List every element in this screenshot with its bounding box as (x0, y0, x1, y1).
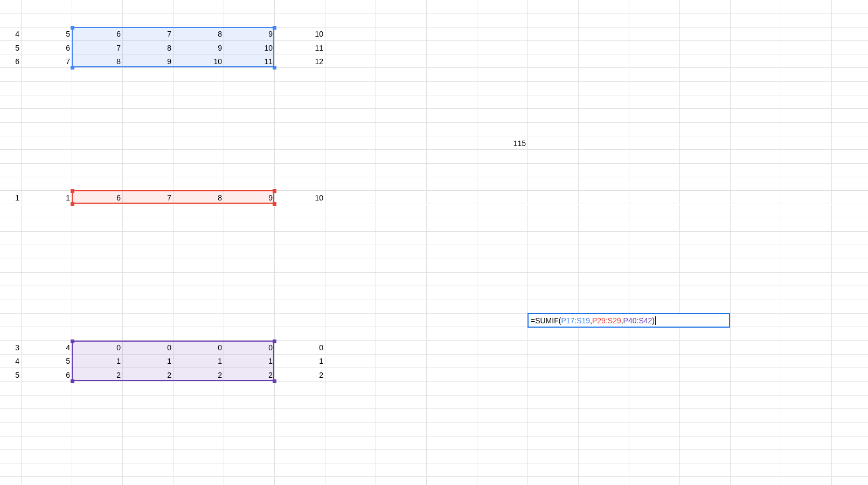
cell[interactable] (832, 300, 868, 314)
cell[interactable] (579, 95, 629, 109)
cell[interactable] (629, 450, 680, 463)
cell[interactable] (123, 0, 173, 13)
cell[interactable] (376, 232, 427, 245)
cell[interactable] (376, 300, 427, 314)
cell-value[interactable]: 2 (224, 368, 275, 382)
cell[interactable] (731, 136, 781, 150)
cell[interactable] (427, 259, 477, 273)
cell[interactable] (0, 273, 22, 286)
cell[interactable] (376, 409, 427, 422)
cell-value[interactable]: 2 (275, 368, 325, 382)
cell[interactable] (528, 477, 579, 486)
cell[interactable] (72, 164, 123, 177)
cell[interactable] (72, 205, 123, 218)
cell[interactable] (376, 450, 427, 463)
cell[interactable] (0, 382, 22, 395)
cell[interactable] (224, 205, 275, 218)
cell[interactable] (832, 95, 868, 109)
cell[interactable] (22, 245, 72, 259)
cell[interactable] (579, 68, 629, 82)
cell[interactable] (72, 82, 123, 95)
cell[interactable] (579, 136, 629, 150)
cell-value[interactable]: 8 (72, 54, 123, 68)
cell[interactable] (0, 218, 22, 232)
cell-value[interactable]: 2 (173, 368, 224, 382)
cell[interactable] (781, 450, 832, 463)
cell[interactable] (0, 150, 22, 163)
cell[interactable] (427, 422, 477, 436)
cell[interactable] (731, 177, 781, 191)
cell[interactable] (376, 355, 427, 368)
cell[interactable] (22, 205, 72, 218)
cell[interactable] (528, 0, 579, 13)
cell[interactable] (832, 477, 868, 486)
cell[interactable] (427, 463, 477, 477)
cell[interactable] (224, 409, 275, 422)
cell[interactable] (325, 95, 376, 109)
cell[interactable] (629, 95, 680, 109)
cell[interactable] (528, 422, 579, 436)
cell[interactable] (579, 300, 629, 314)
cell[interactable] (325, 273, 376, 286)
cell[interactable] (579, 232, 629, 245)
cell[interactable] (173, 286, 224, 300)
cell[interactable] (731, 422, 781, 436)
cell[interactable] (731, 355, 781, 368)
cell[interactable] (275, 245, 325, 259)
cell[interactable] (224, 450, 275, 463)
cell[interactable] (123, 422, 173, 436)
cell[interactable] (376, 382, 427, 395)
cell-value[interactable]: 2 (123, 368, 173, 382)
cell[interactable] (781, 314, 832, 327)
cell[interactable] (781, 355, 832, 368)
cell[interactable] (832, 205, 868, 218)
cell[interactable] (528, 41, 579, 54)
cell-value[interactable]: 9 (173, 41, 224, 54)
cell[interactable] (477, 245, 528, 259)
cell[interactable] (680, 27, 731, 41)
cell-value[interactable]: 0 (72, 341, 123, 355)
cell[interactable] (629, 13, 680, 27)
cell[interactable] (224, 68, 275, 82)
cell[interactable] (832, 191, 868, 204)
cell[interactable] (275, 273, 325, 286)
cell[interactable] (781, 164, 832, 177)
cell[interactable] (123, 68, 173, 82)
cell-value[interactable]: 6 (72, 27, 123, 41)
cell[interactable] (72, 450, 123, 463)
cell-value[interactable]: 6 (22, 41, 72, 54)
cell[interactable] (325, 68, 376, 82)
cell[interactable] (731, 396, 781, 409)
cell[interactable] (72, 136, 123, 150)
cell[interactable] (680, 463, 731, 477)
cell[interactable] (173, 13, 224, 27)
cell[interactable] (528, 300, 579, 314)
cell[interactable] (325, 409, 376, 422)
cell[interactable] (72, 259, 123, 273)
cell[interactable] (731, 327, 781, 341)
cell[interactable] (22, 314, 72, 327)
cell[interactable] (579, 13, 629, 27)
cell[interactable] (579, 463, 629, 477)
cell[interactable] (376, 273, 427, 286)
cell[interactable] (275, 422, 325, 436)
cell[interactable] (22, 409, 72, 422)
cell[interactable] (427, 68, 477, 82)
cell[interactable] (376, 314, 427, 327)
cell[interactable] (477, 382, 528, 395)
cell-value[interactable]: 5 (22, 27, 72, 41)
spreadsheet-grid[interactable]: 4567891056789101167891011121151167891034… (0, 0, 868, 485)
cell[interactable] (427, 477, 477, 486)
cell[interactable] (173, 82, 224, 95)
cell[interactable] (325, 341, 376, 355)
cell[interactable] (325, 477, 376, 486)
cell[interactable] (224, 463, 275, 477)
cell[interactable] (72, 463, 123, 477)
cell[interactable] (528, 123, 579, 136)
cell[interactable] (731, 382, 781, 395)
cell[interactable] (325, 205, 376, 218)
cell[interactable] (325, 164, 376, 177)
cell[interactable] (376, 13, 427, 27)
cell[interactable] (629, 396, 680, 409)
cell[interactable] (275, 82, 325, 95)
